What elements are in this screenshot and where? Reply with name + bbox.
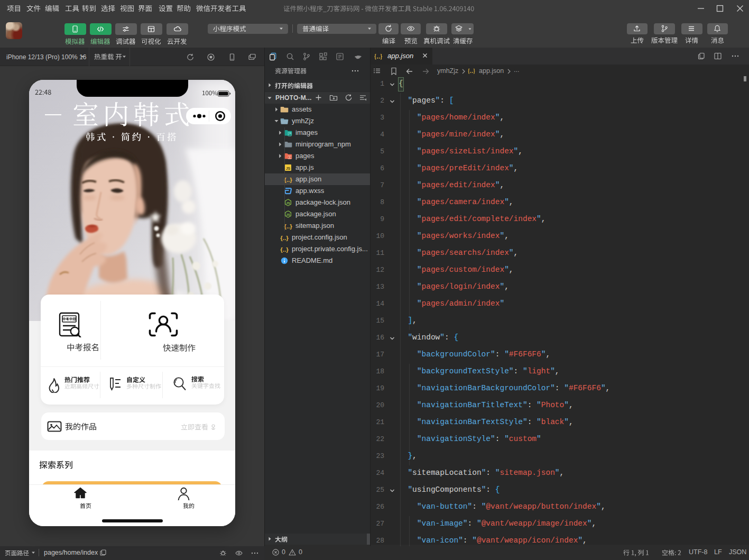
svg-text:JS: JS	[286, 201, 290, 205]
svg-text:{..}: {..}	[280, 246, 289, 253]
svg-text:JS: JS	[286, 213, 290, 216]
svg-text:{..}: {..}	[284, 177, 292, 183]
svg-text:{..}: {..}	[284, 223, 292, 229]
svg-text:JS: JS	[286, 167, 291, 170]
svg-text:{..}: {..}	[280, 235, 289, 241]
